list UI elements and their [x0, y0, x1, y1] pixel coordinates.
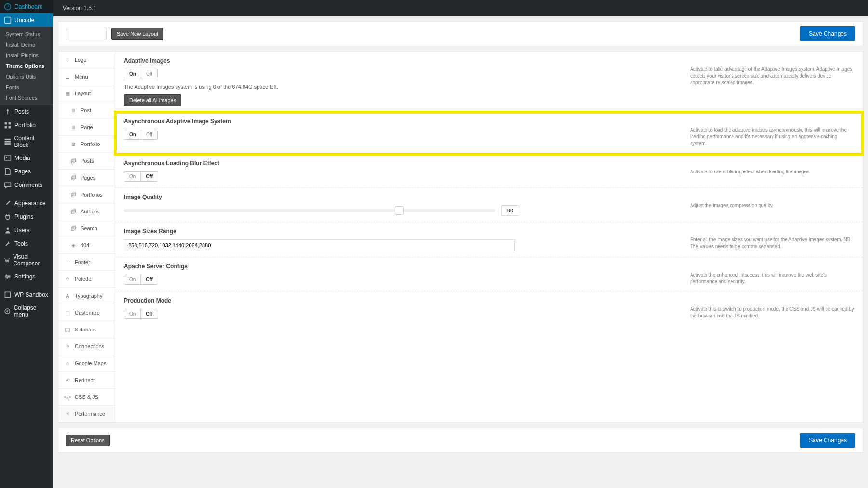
menu-comments[interactable]: Comments [0, 178, 53, 192]
menu-pages[interactable]: Pages [0, 165, 53, 178]
columns-icon: ▯▯ [64, 326, 71, 333]
box-icon: ⬚ [64, 309, 71, 316]
menu-appearance[interactable]: Appearance [0, 197, 53, 210]
tab-pages-label: Pages [81, 175, 95, 181]
async-adaptive-off[interactable]: Off [141, 130, 157, 139]
menu-visual-composer[interactable]: Visual Composer [0, 251, 53, 270]
image-sizes-input[interactable] [124, 239, 515, 251]
svg-rect-1 [5, 17, 11, 24]
menu-media[interactable]: Media [0, 151, 53, 165]
submenu-install-demo[interactable]: Install Demo [0, 40, 53, 50]
svg-point-13 [8, 276, 10, 277]
tab-search[interactable]: 🗐Search [58, 220, 115, 237]
tab-css-js[interactable]: </>CSS & JS [58, 389, 115, 406]
svg-point-10 [6, 157, 7, 158]
adaptive-images-on[interactable]: On [124, 69, 141, 79]
image-quality-slider[interactable] [124, 209, 495, 212]
tab-layout-label: Layout [75, 91, 91, 96]
layout-icon: ▦ [64, 90, 71, 97]
image-sizes-title: Image Sizes Range [124, 228, 690, 235]
menu-settings-label: Settings [14, 273, 35, 280]
submenu-theme-options[interactable]: Theme Options [0, 61, 53, 71]
tab-portfolios[interactable]: 🗐Portfolios [58, 186, 115, 203]
svg-point-11 [7, 227, 9, 230]
svg-rect-6 [5, 139, 11, 140]
setting-blur-effect: Asynchronous Loading Blur Effect On Off … [115, 154, 863, 188]
submenu-options-utils[interactable]: Options Utils [0, 71, 53, 82]
adaptive-images-help: Activate to take advantage of the Adapti… [690, 57, 854, 106]
tab-performance[interactable]: ✳Performance [58, 406, 115, 422]
tab-palette[interactable]: ◇Palette [58, 271, 115, 288]
page-icon: 🗎 [70, 107, 77, 114]
menu-tools[interactable]: Tools [0, 237, 53, 251]
heart-icon: ♡ [64, 56, 71, 63]
tab-redirect[interactable]: ↶Redirect [58, 372, 115, 389]
settings-panel: Adaptive Images On Off The Adaptive Imag… [115, 52, 863, 422]
wrench-icon [4, 240, 12, 248]
menu-uncode[interactable]: Uncode [0, 13, 53, 27]
tab-sidebars[interactable]: ▯▯Sidebars [58, 321, 115, 338]
menu-plugins[interactable]: Plugins [0, 210, 53, 224]
svg-rect-3 [9, 122, 11, 125]
adaptive-images-off[interactable]: Off [141, 69, 157, 79]
menu-wp-sandbox[interactable]: WP Sandbox [0, 288, 53, 302]
menu-posts-label: Posts [14, 108, 29, 115]
tab-logo[interactable]: ♡Logo [58, 52, 115, 68]
tab-posts[interactable]: 🗐Posts [58, 153, 115, 170]
tab-portfolio-detail[interactable]: 🗎Portfolio [58, 136, 115, 153]
save-changes-button-top[interactable]: Save Changes [800, 26, 855, 41]
delete-ai-images-button[interactable]: Delete all AI images [124, 94, 181, 106]
submenu-fonts[interactable]: Fonts [0, 82, 53, 92]
menu-users[interactable]: Users [0, 224, 53, 237]
slider-thumb[interactable] [395, 206, 404, 215]
stack-icon: 🗐 [70, 208, 77, 215]
comment-icon [4, 181, 12, 189]
tab-404[interactable]: ⊕404 [58, 237, 115, 254]
apache-off[interactable]: Off [141, 275, 157, 284]
image-quality-title: Image Quality [124, 194, 690, 200]
menu-portfolio[interactable]: Portfolio [0, 119, 53, 132]
blur-effect-off[interactable]: Off [141, 172, 157, 181]
production-off[interactable]: Off [141, 309, 157, 318]
save-changes-button-bottom[interactable]: Save Changes [800, 433, 855, 448]
submenu-install-plugins[interactable]: Install Plugins [0, 50, 53, 61]
tab-typography[interactable]: ATypography [58, 288, 115, 304]
tab-layout[interactable]: ▦Layout [58, 85, 115, 102]
tab-google-maps[interactable]: ⌂Google Maps [58, 355, 115, 372]
tab-menu[interactable]: ☰Menu [58, 68, 115, 85]
async-adaptive-on[interactable]: On [124, 130, 141, 139]
user-icon [4, 226, 12, 234]
tab-css-js-label: CSS & JS [75, 394, 98, 400]
menu-settings[interactable]: Settings [0, 270, 53, 283]
save-new-layout-button[interactable]: Save New Layout [111, 28, 163, 40]
dashboard-icon [4, 3, 12, 11]
submenu-font-sources[interactable]: Font Sources [0, 92, 53, 103]
reset-options-button[interactable]: Reset Options [66, 435, 110, 446]
menu-dashboard[interactable]: Dashboard [0, 0, 53, 13]
version-label: Version 1.5.1 [63, 5, 96, 12]
tab-footer[interactable]: ⋯Footer [58, 254, 115, 271]
tab-authors[interactable]: 🗐Authors [58, 203, 115, 220]
layout-name-input[interactable] [66, 28, 107, 40]
submenu-system-status[interactable]: System Status [0, 29, 53, 40]
tab-connections[interactable]: ⚭Connections [58, 338, 115, 355]
blur-effect-on[interactable]: On [124, 172, 141, 181]
adaptive-images-toggle: On Off [124, 69, 158, 79]
menu-content-block[interactable]: Content Block [0, 132, 53, 151]
tab-customize[interactable]: ⬚Customize [58, 304, 115, 321]
setting-apache: Apache Server Configs On Off Activate th… [115, 257, 863, 291]
svg-rect-4 [5, 126, 7, 129]
tab-pages[interactable]: 🗐Pages [58, 170, 115, 186]
menu-collapse[interactable]: Collapse menu [0, 302, 53, 321]
tab-page-label: Page [81, 124, 93, 130]
menu-users-label: Users [14, 227, 29, 234]
tab-post-detail[interactable]: 🗎Post [58, 102, 115, 119]
tab-page-detail[interactable]: 🗎Page [58, 119, 115, 136]
tab-portfolios-label: Portfolios [81, 192, 103, 198]
production-on[interactable]: On [124, 309, 141, 318]
apache-on[interactable]: On [124, 275, 141, 284]
tab-search-label: Search [81, 225, 97, 231]
image-quality-value[interactable] [501, 205, 519, 216]
letter-icon: A [64, 292, 71, 299]
menu-posts[interactable]: Posts [0, 105, 53, 119]
